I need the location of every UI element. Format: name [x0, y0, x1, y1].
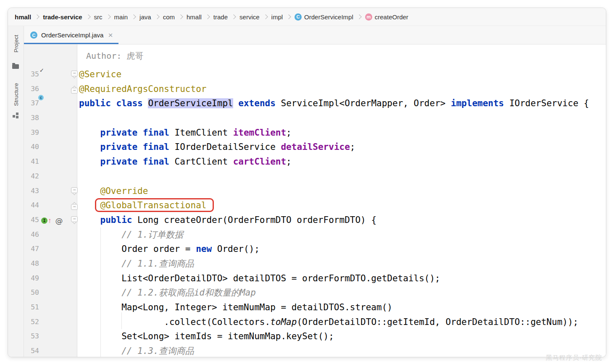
- line-number: 38: [26, 111, 39, 126]
- gutter-line: 36−: [24, 82, 77, 97]
- gutter-line: 35✓−: [24, 67, 77, 82]
- line-number: 50: [26, 285, 39, 300]
- line-number: 49: [26, 271, 39, 286]
- code-token: // 1.3.查询商品: [121, 346, 194, 356]
- code-line[interactable]: List<OrderDetailDTO> detailDTOS = orderF…: [77, 271, 606, 286]
- breadcrumb-separator: [178, 14, 183, 19]
- line-number: 45: [26, 213, 39, 228]
- code-line[interactable]: Set<Long> itemIds = itemNumMap.keySet();: [77, 329, 606, 344]
- code-line[interactable]: @Override: [77, 184, 606, 199]
- code-token: Order order =: [79, 244, 196, 254]
- code-token: // 1.订单数据: [121, 230, 183, 240]
- code-line[interactable]: public Long createOrder(OrderFormDTO ord…: [77, 213, 606, 228]
- breadcrumb-item[interactable]: hmall: [187, 13, 202, 21]
- ide-window: hmalltrade-servicesrcmainjavacomhmalltra…: [8, 8, 606, 357]
- method-icon: m: [365, 13, 372, 21]
- line-number: 51: [26, 300, 39, 315]
- sidebar-item-project[interactable]: Project: [13, 35, 19, 52]
- breadcrumb-item[interactable]: java: [139, 13, 151, 21]
- implement-method-icon[interactable]: I↑@: [41, 216, 63, 225]
- folder-icon[interactable]: [12, 64, 19, 69]
- breadcrumb-item[interactable]: trade: [213, 13, 228, 21]
- code-token: [233, 98, 239, 108]
- code-line[interactable]: .collect(Collectors.toMap(OrderDetailDTO…: [77, 315, 606, 330]
- code-line[interactable]: private final IOrderDetailService detail…: [77, 140, 606, 155]
- check-icon: ✓: [39, 67, 44, 73]
- code-line[interactable]: @RequiredArgsConstructor: [77, 82, 606, 97]
- code-line[interactable]: // 1.2.获取商品id和数量的Map: [77, 285, 606, 300]
- line-number: 36: [26, 82, 39, 97]
- code-line[interactable]: public class OrderServiceImpl extends Se…: [77, 96, 606, 111]
- code-token: itemClient: [233, 128, 286, 138]
- breadcrumb-separator: [106, 14, 110, 19]
- breadcrumb-item[interactable]: main: [114, 13, 128, 21]
- code-line[interactable]: // 1.订单数据: [77, 228, 606, 242]
- code-token: new: [196, 244, 212, 254]
- tab-orderserviceimpl[interactable]: C OrderServiceImpl.java ×: [24, 26, 118, 44]
- fold-marker[interactable]: −: [71, 202, 78, 209]
- code-line[interactable]: Order order = new Order();: [77, 242, 606, 257]
- breadcrumb-separator: [86, 14, 90, 19]
- code-line[interactable]: [77, 169, 606, 184]
- gutter-line: 47: [24, 242, 77, 257]
- breadcrumb-item[interactable]: COrderServiceImpl: [295, 13, 353, 21]
- sidebar-item-structure[interactable]: Structure: [13, 83, 19, 106]
- fold-marker[interactable]: −: [71, 187, 78, 195]
- gutter-line: 50: [24, 285, 77, 300]
- author-comment-line: Author: 虎哥: [77, 45, 606, 67]
- code-token: CartClient: [169, 157, 233, 167]
- line-number: 48: [26, 257, 39, 271]
- gutter-line: 51: [24, 300, 77, 315]
- breadcrumb-item[interactable]: mcreateOrder: [365, 13, 408, 21]
- code-token: // 1.1.查询商品: [121, 259, 194, 269]
- class-icon: C: [30, 31, 37, 39]
- line-number: 41: [26, 155, 39, 169]
- code-token: .collect(Collectors.: [79, 317, 270, 327]
- breadcrumb-item[interactable]: com: [163, 13, 175, 21]
- fold-marker[interactable]: −: [71, 71, 78, 79]
- breadcrumb-item[interactable]: trade-service: [43, 13, 82, 21]
- gutter-line: 40: [24, 140, 77, 155]
- fold-marker[interactable]: −: [71, 85, 78, 93]
- code-line[interactable]: private final CartClient cartClient;: [77, 155, 606, 169]
- code-pane[interactable]: Author: 虎哥 @Service@RequiredArgsConstruc…: [77, 45, 606, 357]
- code-line[interactable]: // 1.3.查询商品: [77, 344, 606, 357]
- gutter-line: 42: [24, 169, 77, 184]
- code-line[interactable]: Map<Long, Integer> itemNumMap = detailDT…: [77, 300, 606, 315]
- code-line[interactable]: private final ItemClient itemClient;: [77, 126, 606, 140]
- editor-area[interactable]: 35✓−36−37c383940414243−44−45I↑@−46474849…: [24, 45, 606, 357]
- gutter-line: 39: [24, 126, 77, 140]
- code-token: ServiceImpl<OrderMapper, Order>: [276, 98, 451, 108]
- tab-bar: C OrderServiceImpl.java ×: [24, 26, 606, 45]
- line-number: 43: [26, 184, 39, 199]
- structure-icon[interactable]: [13, 115, 15, 118]
- breadcrumb-item[interactable]: service: [239, 13, 260, 21]
- breadcrumb-item[interactable]: hmall: [15, 13, 31, 21]
- code-token: [79, 215, 100, 225]
- code-token: List<OrderDetailDTO> detailDTOS = orderF…: [79, 273, 440, 283]
- code-token: [79, 128, 100, 138]
- code-token: IOrderService {: [504, 98, 589, 108]
- breadcrumb-item[interactable]: src: [94, 13, 103, 21]
- code-token: OrderServiceImpl: [148, 98, 233, 108]
- breadcrumb-separator: [155, 14, 159, 19]
- breadcrumb-separator: [286, 14, 291, 19]
- gutter-line: 45I↑@−: [24, 213, 77, 228]
- code-token: @Override: [100, 186, 148, 196]
- line-number: 42: [26, 169, 39, 184]
- code-token: private final: [100, 128, 169, 138]
- code-token: [79, 186, 100, 196]
- gutter-line: 48: [24, 257, 77, 271]
- line-number: 47: [26, 242, 39, 257]
- breadcrumb-separator: [357, 14, 361, 19]
- fold-marker[interactable]: −: [71, 216, 78, 224]
- breadcrumb-item[interactable]: impl: [271, 13, 283, 21]
- code-line[interactable]: // 1.1.查询商品: [77, 257, 606, 271]
- gutter-line: 41: [24, 155, 77, 169]
- close-icon[interactable]: ×: [108, 31, 113, 39]
- code-line[interactable]: @GlobalTransactional: [77, 198, 606, 213]
- code-line[interactable]: [77, 111, 606, 126]
- code-line[interactable]: @Service: [77, 67, 606, 82]
- spring-bean-icon[interactable]: ✓: [42, 70, 50, 79]
- spring-bean-icon[interactable]: c: [42, 99, 50, 107]
